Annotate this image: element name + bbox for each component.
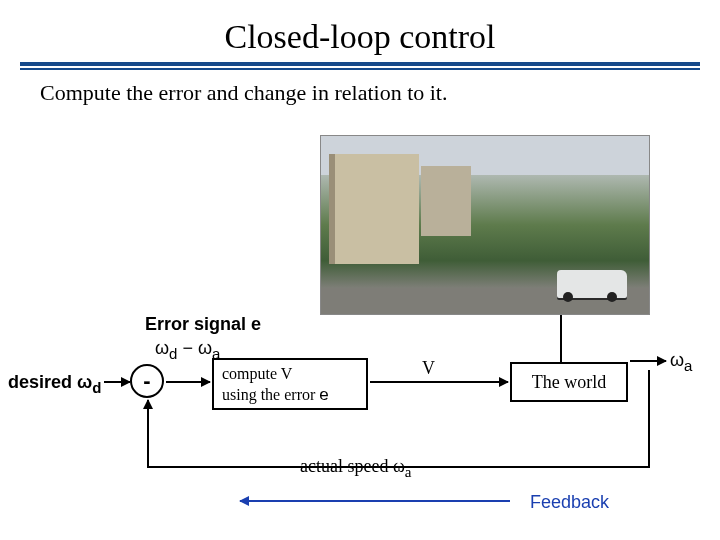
controller-block: compute V using the error e	[212, 358, 368, 410]
line-world-up	[560, 315, 562, 362]
error-formula: ωd − ωa	[155, 338, 220, 362]
arrow-world-to-output	[630, 360, 666, 362]
plant-block: The world	[510, 362, 628, 402]
arrow-v-to-world	[370, 381, 508, 383]
photo-building-2	[421, 166, 471, 236]
summing-junction: -	[130, 364, 164, 398]
omega-a-output: ωa	[670, 350, 692, 374]
compute-error-symbol: e	[319, 385, 328, 404]
arrow-error-to-compute	[166, 381, 210, 383]
feedback-label: Feedback	[530, 492, 609, 513]
title-divider-1	[20, 62, 700, 66]
title-divider-2	[20, 68, 700, 70]
feedback-line-up	[147, 400, 149, 466]
road-photo	[320, 135, 650, 315]
v-label: V	[422, 358, 435, 379]
block-diagram: Error signal e ωd − ωa desired ωd - comp…	[0, 320, 720, 530]
compute-line-2-prefix: using the error	[222, 386, 319, 403]
photo-van	[557, 270, 627, 298]
photo-building	[329, 154, 419, 264]
subtitle: Compute the error and change in relation…	[40, 80, 720, 106]
actual-speed-label: actual speed ωa	[300, 456, 411, 481]
feedback-line-down	[648, 370, 650, 466]
compute-line-1: compute V	[222, 365, 292, 382]
slide-title: Closed-loop control	[0, 0, 720, 56]
arrow-desired-to-sum	[104, 381, 130, 383]
feedback-arrow-icon	[240, 500, 510, 502]
error-signal-label: Error signal e	[145, 314, 261, 335]
desired-omega-label: desired ωd	[8, 372, 101, 396]
